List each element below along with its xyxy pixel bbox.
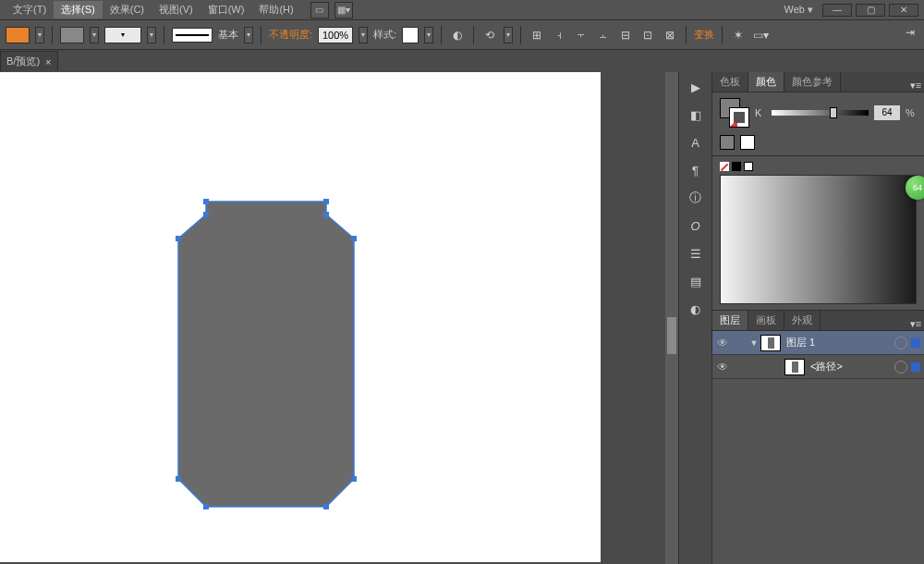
tab-color[interactable]: 颜色 — [748, 72, 784, 92]
graphic-style-swatch[interactable] — [402, 27, 419, 43]
k-value[interactable]: 64 — [874, 105, 900, 120]
stroke-style-label: 基本 — [218, 28, 238, 42]
layer-name[interactable]: 图层 1 — [786, 336, 891, 349]
layers-empty-area — [712, 379, 924, 564]
visibility-toggle-icon[interactable]: 👁 — [712, 361, 733, 374]
window-maximize[interactable]: ▢ — [856, 4, 885, 17]
transform-label[interactable]: 变换 — [694, 28, 714, 42]
style-dd[interactable]: ▾ — [424, 27, 433, 43]
recolor-icon[interactable]: ◐ — [449, 27, 466, 43]
mode-none-icon[interactable] — [740, 135, 755, 150]
gradient-stop-black-icon[interactable] — [732, 162, 741, 171]
layer-row[interactable]: 👁 <路径> — [712, 355, 924, 379]
side-character-icon[interactable]: A — [687, 133, 705, 152]
align-2-icon[interactable]: ⫞ — [551, 27, 567, 43]
artboard[interactable] — [0, 72, 601, 562]
menu-select[interactable]: 选择(S) — [54, 1, 103, 18]
layers-panel: 图层 画板 外观 ▾≡ 👁 ▼ 图层 1 👁 <路径> — [712, 310, 924, 564]
menu-effect[interactable]: 效果(C) — [103, 1, 152, 18]
mask-icon[interactable]: ▭▾ — [752, 27, 769, 43]
floating-badge[interactable]: 64 — [906, 176, 924, 200]
tab-appearance[interactable]: 外观 — [784, 311, 821, 330]
menu-view[interactable]: 视图(V) — [152, 1, 201, 18]
side-stroke-icon[interactable]: ☰ — [687, 244, 705, 263]
optionbar-overflow-icon[interactable]: ⇥ — [902, 24, 918, 41]
optionbar: ▾ ▾ ▾ ▾ 基本 ▾ 不透明度: 100% ▾ 样式: ▾ ◐ ⟲ ▾ ⊞ … — [0, 20, 924, 50]
mode-solid-icon[interactable] — [720, 135, 735, 150]
align-6-icon[interactable]: ⊡ — [639, 27, 656, 43]
align-3-icon[interactable]: ⫟ — [573, 27, 590, 43]
window-minimize[interactable]: — — [822, 4, 852, 17]
gradient-ramp[interactable] — [720, 175, 917, 304]
side-window-icon[interactable]: ◧ — [687, 105, 705, 124]
side-transparency-icon[interactable]: ◐ — [687, 300, 705, 318]
stroke-dropdown[interactable]: ▾ — [90, 27, 99, 43]
workarea: ▶ ◧ A ¶ ⓘ O ☰ ▤ ◐ 色板 颜色 颜色参考 ▾≡ K — [0, 72, 924, 564]
fill-swatch[interactable] — [6, 27, 30, 43]
layers-panel-menu-icon[interactable]: ▾≡ — [907, 318, 924, 330]
document-tabbar: B/预览) × — [0, 50, 58, 72]
tab-artboards[interactable]: 画板 — [748, 311, 784, 330]
scrollbar-thumb[interactable] — [667, 317, 676, 354]
tab-color-guide[interactable]: 颜色参考 — [784, 72, 841, 92]
color-panel-menu-icon[interactable]: ▾≡ — [907, 80, 924, 92]
color-panel-body: K 64 % — [712, 92, 924, 155]
stroke-swatch[interactable] — [60, 27, 84, 43]
target-icon[interactable] — [894, 337, 907, 349]
fill-stroke-indicator[interactable] — [720, 98, 749, 128]
fill-dropdown[interactable]: ▾ — [35, 27, 44, 43]
percent-label: % — [906, 107, 917, 118]
opacity-value[interactable]: 100% — [318, 27, 353, 43]
color-mode-row — [720, 135, 917, 150]
isolate-icon[interactable]: ✶ — [730, 27, 747, 43]
workspace-switcher[interactable]: Web ▾ — [784, 4, 813, 16]
menu-help[interactable]: 帮助(H) — [251, 1, 300, 18]
layer-thumbnail — [784, 359, 805, 375]
tab-swatches[interactable]: 色板 — [712, 72, 748, 92]
tab-layers[interactable]: 图层 — [712, 311, 748, 330]
gradient-stops — [720, 162, 917, 171]
side-paragraph-icon[interactable]: ¶ — [687, 161, 705, 179]
layer-row[interactable]: 👁 ▼ 图层 1 — [712, 331, 924, 355]
k-channel-label: K — [755, 107, 766, 118]
stroke-box[interactable] — [729, 107, 749, 128]
k-slider-knob[interactable] — [830, 107, 837, 118]
menubar-icon-1[interactable]: ▭ — [310, 2, 329, 18]
document-tab[interactable]: B/预览) × — [0, 51, 58, 71]
side-play-icon[interactable]: ▶ — [687, 78, 705, 96]
stroke-weight[interactable]: ▾ — [104, 27, 141, 43]
layers-panel-tabs: 图层 画板 外观 ▾≡ — [712, 311, 924, 331]
vertical-scrollbar[interactable] — [665, 72, 678, 564]
stroke-style-preview[interactable] — [172, 28, 213, 43]
menu-window[interactable]: 窗口(W) — [201, 1, 252, 18]
side-gradient-icon[interactable]: ▤ — [687, 272, 705, 290]
align-dd-1[interactable]: ▾ — [504, 27, 513, 43]
right-panels: 色板 颜色 颜色参考 ▾≡ K 64 % — [711, 72, 924, 564]
document-tab-close-icon[interactable]: × — [45, 56, 51, 67]
menu-text[interactable]: 文字(T) — [6, 1, 54, 18]
window-close[interactable]: ✕ — [889, 4, 918, 17]
target-icon[interactable] — [894, 361, 907, 374]
disclosure-icon[interactable]: ▼ — [748, 338, 760, 348]
opacity-dd[interactable]: ▾ — [359, 27, 368, 43]
stroke-weight-dd[interactable]: ▾ — [147, 27, 156, 43]
align-5-icon[interactable]: ⊟ — [617, 27, 634, 43]
gradient-stop-white-icon[interactable] — [744, 162, 753, 171]
align-4-icon[interactable]: ⫠ — [595, 27, 612, 43]
side-panel-column: ▶ ◧ A ¶ ⓘ O ☰ ▤ ◐ — [678, 72, 711, 564]
align-left-icon[interactable]: ⟲ — [481, 27, 498, 43]
align-1-icon[interactable]: ⊞ — [529, 27, 545, 43]
menubar-icon-2[interactable]: ▦▾ — [334, 2, 353, 18]
k-slider[interactable] — [772, 110, 869, 116]
stroke-style-dd[interactable]: ▾ — [244, 27, 253, 43]
color-panel-tabs: 色板 颜色 颜色参考 ▾≡ — [712, 72, 924, 92]
selected-path[interactable] — [178, 202, 354, 507]
visibility-toggle-icon[interactable]: 👁 — [712, 337, 733, 349]
opacity-label[interactable]: 不透明度: — [269, 28, 312, 42]
side-opentype-icon[interactable]: O — [687, 216, 705, 235]
layer-name[interactable]: <路径> — [810, 360, 891, 374]
side-info-icon[interactable]: ⓘ — [687, 189, 705, 207]
align-7-icon[interactable]: ⊠ — [662, 27, 678, 43]
gradient-stop-none-icon[interactable] — [720, 162, 729, 171]
document-tab-label: B/预览) — [6, 55, 40, 68]
